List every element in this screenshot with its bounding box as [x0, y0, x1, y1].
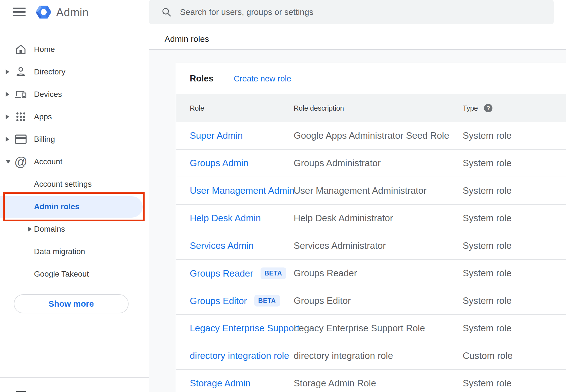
role-link[interactable]: Groups Admin — [190, 158, 248, 168]
role-description-cell: Groups Reader — [294, 268, 357, 279]
role-type-cell: Custom role — [463, 350, 513, 361]
expand-arrow-icon — [6, 160, 11, 164]
app-title: Admin — [56, 6, 89, 19]
sidebar-item-label: Account — [34, 157, 62, 166]
card-icon — [15, 133, 27, 145]
role-link[interactable]: Groups Reader — [190, 268, 253, 279]
role-link[interactable]: Storage Admin — [190, 378, 250, 389]
role-type-cell: System role — [463, 130, 512, 141]
table-row: Groups Reader BETA Groups Reader System … — [176, 260, 566, 287]
beta-badge: BETA — [261, 268, 286, 279]
admin-logo-icon — [36, 4, 51, 20]
sidebar-item-label: Home — [34, 45, 55, 54]
role-link[interactable]: Super Admin — [190, 130, 243, 141]
hamburger-menu-icon[interactable] — [13, 8, 26, 16]
sidebar-item-admin-roles[interactable]: Admin roles — [0, 195, 149, 218]
main-content: Admin roles Roles Create new role Role R… — [149, 0, 566, 392]
expand-arrow-icon — [28, 227, 32, 232]
home-icon — [15, 43, 27, 56]
table-row: Groups Editor BETA Groups Editor System … — [176, 287, 566, 315]
role-link[interactable]: Help Desk Admin — [190, 213, 261, 224]
sidebar-item-devices[interactable]: Devices — [0, 83, 149, 106]
table-row: Super Admin BETA Google Apps Administrat… — [176, 122, 566, 150]
table-row: User Management Admin BETA User Manageme… — [176, 177, 566, 205]
table-row: Storage Admin BETA Storage Admin Role Sy… — [176, 370, 566, 392]
role-type-cell: System role — [463, 158, 512, 168]
role-type-cell: System role — [463, 240, 512, 251]
sidebar-item-label: Domains — [34, 225, 65, 234]
column-header-role-description: Role description — [294, 104, 344, 112]
search-icon — [161, 7, 172, 17]
role-description-cell: directory integration role — [294, 350, 393, 361]
role-description-cell: Legacy Enterprise Support Role — [294, 323, 425, 334]
sidebar-item-billing[interactable]: Billing — [0, 128, 149, 151]
column-header-role: Role — [190, 104, 204, 112]
sidebar-header: Admin — [0, 0, 149, 25]
role-description-cell: Groups Editor — [294, 295, 351, 306]
devices-icon — [15, 88, 27, 101]
sidebar-item-directory[interactable]: Directory — [0, 61, 149, 83]
table-row: Services Admin BETA Services Administrat… — [176, 232, 566, 260]
person-icon — [15, 66, 27, 78]
role-description-cell: Google Apps Administrator Seed Role — [294, 130, 449, 141]
sidebar-item-label: Google Takeout — [34, 270, 89, 279]
sidebar-item-label: Data migration — [34, 247, 85, 256]
sidebar-divider — [0, 377, 149, 378]
sidebar-item-account[interactable]: @ Account — [0, 151, 149, 173]
role-type-cell: System role — [463, 378, 512, 389]
table-row: Legacy Enterprise Support BETA Legacy En… — [176, 315, 566, 342]
sidebar-item-label: Apps — [34, 112, 52, 121]
role-description-cell: Services Administrator — [294, 240, 386, 251]
role-type-cell: System role — [463, 213, 512, 224]
role-description-cell: Groups Administrator — [294, 158, 381, 168]
sidebar-item-data-migration[interactable]: Data migration — [0, 240, 149, 263]
column-header-type: Type — [463, 104, 478, 112]
expand-arrow-icon — [6, 137, 9, 142]
role-description-cell: Storage Admin Role — [294, 378, 376, 389]
sidebar-item-label: Admin roles — [34, 202, 79, 211]
apps-icon — [15, 111, 27, 123]
table-row: Groups Admin BETA Groups Administrator S… — [176, 150, 566, 177]
role-link[interactable]: Legacy Enterprise Support — [190, 323, 300, 334]
at-icon: @ — [15, 156, 27, 168]
sidebar-item-label: Directory — [34, 67, 65, 76]
feedback-icon — [16, 391, 26, 392]
sidebar-item-home[interactable]: Home — [0, 38, 149, 61]
expand-arrow-icon — [6, 114, 9, 119]
breadcrumb: Admin roles — [165, 34, 209, 44]
sidebar-item-account-settings[interactable]: Account settings — [0, 173, 149, 195]
card-header: Roles Create new role — [176, 63, 566, 94]
sidebar: Admin Home Directory Devices Apps Bill — [0, 0, 149, 392]
show-more-button[interactable]: Show more — [14, 294, 129, 313]
role-type-cell: System role — [463, 323, 512, 334]
roles-card: Roles Create new role Role Role descript… — [176, 63, 566, 392]
help-icon[interactable]: ? — [484, 104, 492, 112]
role-type-cell: System role — [463, 268, 512, 279]
table-body: Super Admin BETA Google Apps Administrat… — [176, 122, 566, 392]
role-type-cell: System role — [463, 295, 512, 306]
role-link[interactable]: Groups Editor — [190, 295, 247, 306]
table-header-row: Role Role description Type ? — [176, 94, 566, 122]
table-row: directory integration role BETA director… — [176, 342, 566, 370]
role-link[interactable]: directory integration role — [190, 350, 289, 361]
role-description-cell: User Management Administrator — [294, 185, 426, 196]
search-bar — [149, 0, 554, 24]
search-input[interactable] — [179, 7, 545, 17]
sidebar-item-google-takeout[interactable]: Google Takeout — [0, 263, 149, 285]
role-type-cell: System role — [463, 185, 512, 196]
admin-console: Admin Home Directory Devices Apps Bill — [0, 0, 566, 392]
sidebar-item-label: Account settings — [34, 180, 92, 189]
expand-arrow-icon — [6, 69, 9, 74]
sidebar-nav: Home Directory Devices Apps Billing @ Ac… — [0, 38, 149, 285]
expand-arrow-icon — [6, 92, 9, 97]
beta-badge: BETA — [254, 295, 280, 307]
sidebar-item-label: Billing — [34, 135, 55, 144]
table-row: Help Desk Admin BETA Help Desk Administr… — [176, 205, 566, 232]
role-link[interactable]: Services Admin — [190, 240, 254, 251]
sidebar-item-apps[interactable]: Apps — [0, 106, 149, 128]
role-description-cell: Help Desk Administrator — [294, 213, 393, 224]
sidebar-item-domains[interactable]: Domains — [0, 218, 149, 240]
card-title: Roles — [190, 74, 213, 84]
create-new-role-link[interactable]: Create new role — [234, 74, 291, 83]
role-link[interactable]: User Management Admin — [190, 185, 294, 196]
